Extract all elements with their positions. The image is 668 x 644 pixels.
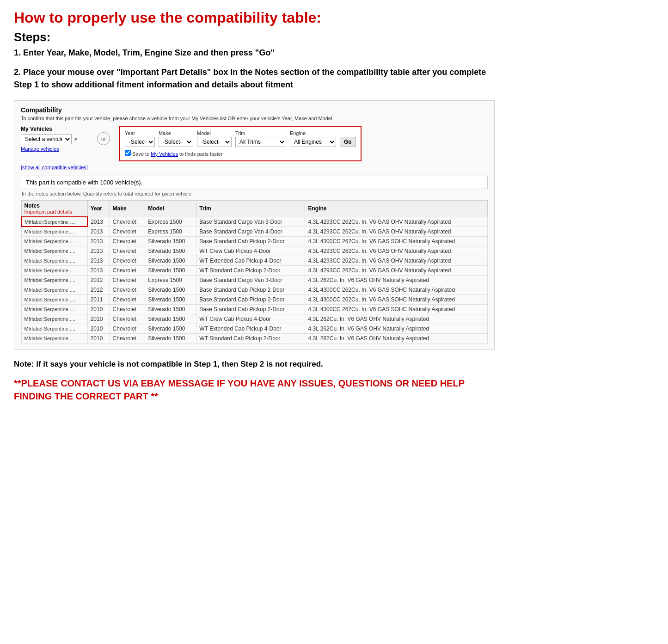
make-label: Make [159,130,193,136]
engine-cell: 4.3L 4293CC 262Cu. In. V6 GAS OHV Natura… [305,227,488,236]
make-cell: Chevrolet [110,217,145,227]
trim-cell: WT Crew Cab Pickup 4-Door [196,314,305,324]
th-engine: Engine [305,201,488,217]
notes-cell[interactable]: Mfrlabel:Serpentine .... [21,217,87,227]
notes-cell[interactable]: Mfrlabel:Serpentine .... [21,304,87,314]
steps-heading: Steps: [14,30,495,44]
model-cell: Express 1500 [145,217,196,227]
trim-select[interactable]: All Trims [235,137,286,147]
th-make: Make [110,201,145,217]
year-make-section: Year -Select- Make -Select- Model -Selec… [119,126,362,161]
year-cell: 2013 [87,265,110,275]
notes-cell[interactable]: Mfrlabel:Serpentine .... [21,314,87,324]
th-model: Model [145,201,196,217]
model-cell: Silverado 1500 [145,333,196,343]
table-row: Mfrlabel:Serpentine ....2012ChevroletSil… [21,285,488,294]
year-cell: 2011 [87,294,110,304]
table-row: Mfrlabel:Serpentine ....2010ChevroletSil… [21,324,488,333]
notes-cell[interactable]: Mfrlabel:Serpentine .... [21,275,87,285]
make-cell: Chevrolet [110,236,145,246]
make-cell: Chevrolet [110,227,145,236]
model-cell: Silverado 1500 [145,285,196,294]
table-row: Mfrlabel:Serpentine ....2013ChevroletSil… [21,246,488,256]
make-cell: Chevrolet [110,256,145,265]
make-cell: Chevrolet [110,294,145,304]
trim-cell: WT Extended Cab Pickup 4-Door [196,324,305,333]
model-select[interactable]: -Select- [197,137,232,147]
model-cell: Silverado 1500 [145,304,196,314]
engine-cell: 4.3L 262Cu. In. V6 GAS OHV Naturally Asp… [305,324,488,333]
compat-note: In the notes section below, Quantity ref… [21,191,488,196]
engine-cell: 4.3L 4300CC 262Cu. In. V6 GAS SOHC Natur… [305,236,488,246]
notes-cell[interactable]: Mfrlabel:Serpentine.... [21,333,87,343]
compatibility-table: Notes Important part details Year Make M… [21,200,488,343]
notes-cell[interactable]: Mfrlabel:Serpentine .... [21,265,87,275]
make-cell: Chevrolet [110,333,145,343]
my-vehicles-section: My Vehicles Select a vehicle ▼ Manage ve… [21,126,88,171]
th-trim: Trim [196,201,305,217]
notes-cell[interactable]: Mfrlabel:Serpentine .... [21,294,87,304]
my-vehicles-label: My Vehicles [21,126,88,132]
year-cell: 2010 [87,314,110,324]
notes-cell[interactable]: Mfrlabel:Serpentine .... [21,285,87,294]
engine-cell: 4.3L 262Cu. In. V6 GAS OHV Naturally Asp… [305,314,488,324]
trim-cell: WT Crew Cab Pickup 4-Door [196,246,305,256]
show-all-link[interactable]: [show all compatible vehicles] [21,165,88,170]
trim-cell: Base Standard Cab Pickup 2-Door [196,285,305,294]
engine-cell: 4.3L 262Cu. In. V6 GAS OHV Naturally Asp… [305,275,488,285]
trim-cell: WT Standard Cab Pickup 2-Door [196,265,305,275]
year-label: Year [125,130,155,136]
notes-cell[interactable]: Mfrlabel:Serpentine .... [21,324,87,333]
trim-field-group: Trim All Trims [235,130,286,147]
table-row: Mfrlabel:Serpentine....2013ChevroletSilv… [21,236,488,246]
model-cell: Silverado 1500 [145,265,196,275]
contact-text: **PLEASE CONTACT US VIA EBAY MESSAGE IF … [14,377,495,403]
make-cell: Chevrolet [110,265,145,275]
engine-cell: 4.3L 4293CC 262Cu. In. V6 GAS OHV Natura… [305,265,488,275]
table-row: Mfrlabel:Serpentine....2010ChevroletSilv… [21,333,488,343]
save-suffix: to finds parts faster [179,151,223,157]
go-button[interactable]: Go [340,137,356,147]
notes-cell[interactable]: Mfrlabel:Serpentine.... [21,236,87,246]
make-field-group: Make -Select- [159,130,193,147]
engine-cell: 4.3L 4300CC 262Cu. In. V6 GAS SOHC Natur… [305,304,488,314]
th-notes-sub: Important part details [25,209,85,215]
year-select[interactable]: -Select- [125,137,155,147]
engine-cell: 4.3L 4300CC 262Cu. In. V6 GAS SOHC Natur… [305,294,488,304]
make-cell: Chevrolet [110,304,145,314]
my-vehicles-save-link[interactable]: My Vehicles [151,151,178,157]
make-select[interactable]: -Select- [159,137,193,147]
make-cell: Chevrolet [110,324,145,333]
engine-field-group: Engine All Engines [290,130,336,147]
trim-cell: Base Standard Cargo Van 3-Door [196,217,305,227]
year-field-group: Year -Select- [125,130,155,147]
table-row: Mfrlabel:Serpentine ....2010ChevroletSil… [21,304,488,314]
table-row: Mfrlabel:Serpentine ....2010ChevroletSil… [21,314,488,324]
page-main-title: How to properly use the compatibility ta… [14,9,495,26]
compatibility-section: Compatibility To confirm that this part … [14,100,495,350]
vehicle-select[interactable]: Select a vehicle [21,134,72,144]
year-cell: 2013 [87,246,110,256]
engine-cell: 4.3L 262Cu. In. V6 GAS OHV Naturally Asp… [305,333,488,343]
notes-cell[interactable]: Mfrlabel:Serpentine .... [21,256,87,265]
notes-cell[interactable]: Mfrlabel:Serpentine .... [21,246,87,256]
year-cell: 2010 [87,304,110,314]
manage-vehicles-link[interactable]: Manage vehicles [21,146,88,152]
trim-cell: WT Standard Cab Pickup 2-Door [196,333,305,343]
notes-cell[interactable]: Mfrlabel:Serpentine.... [21,227,87,236]
save-checkbox[interactable] [125,150,131,156]
table-row: Mfrlabel:Serpentine....2013ChevroletExpr… [21,227,488,236]
year-cell: 2010 [87,324,110,333]
trim-cell: Base Standard Cab Pickup 2-Door [196,304,305,314]
save-row: Save to My Vehicles to finds parts faste… [125,150,356,157]
model-cell: Silverado 1500 [145,256,196,265]
note-text: Note: if it says your vehicle is not com… [14,359,495,370]
model-cell: Silverado 1500 [145,324,196,333]
trim-cell: Base Standard Cab Pickup 2-Door [196,236,305,246]
compat-subtitle: To confirm that this part fits your vehi… [21,116,488,121]
or-divider: or [97,132,110,145]
engine-select[interactable]: All Engines [290,137,336,147]
model-field-group: Model -Select- [197,130,232,147]
trim-cell: Base Standard Cab Pickup 2-Door [196,294,305,304]
year-cell: 2013 [87,256,110,265]
